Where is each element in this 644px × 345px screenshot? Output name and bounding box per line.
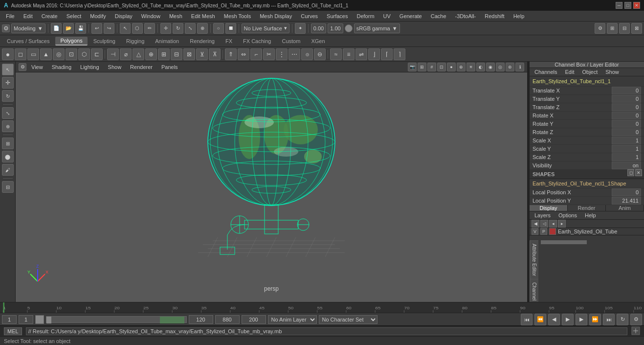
- channel-local-pos-x[interactable]: Local Position X 0: [530, 188, 644, 197]
- move-btn[interactable]: ✛: [160, 23, 171, 34]
- menu-mesh[interactable]: Mesh: [165, 12, 186, 20]
- value2-field[interactable]: 1.00: [328, 23, 343, 33]
- shadow-btn[interactable]: ◐: [476, 63, 485, 71]
- boolean-icon-btn[interactable]: ⊕: [145, 48, 157, 60]
- menu-generate[interactable]: Generate: [396, 12, 426, 20]
- plane-icon-btn[interactable]: ⊡: [66, 48, 77, 60]
- color-profile-dropdown[interactable]: sRGB gamma ▼: [354, 23, 400, 33]
- attribute-editor-tab[interactable]: Attribute Editor: [530, 240, 538, 279]
- universal-manip-btn[interactable]: ⊕: [197, 23, 208, 34]
- ao-btn[interactable]: ◉: [486, 63, 495, 71]
- view-menu-shading[interactable]: Shading: [48, 63, 75, 71]
- menu-display[interactable]: Display: [111, 12, 136, 20]
- rotate-btn[interactable]: ↻: [173, 23, 183, 34]
- menu-select[interactable]: Select: [63, 12, 86, 20]
- channel-scale-x[interactable]: Scale X 1: [530, 137, 644, 145]
- tab-display[interactable]: Display: [530, 205, 568, 211]
- settings-icon-btn[interactable]: ⚙: [2, 24, 10, 32]
- menu-modify[interactable]: Modify: [86, 12, 110, 20]
- view-menu-lighting[interactable]: Lighting: [76, 63, 103, 71]
- cb-menu-edit[interactable]: Edit: [562, 68, 577, 76]
- vertex-bevel-icon-btn[interactable]: ⌈: [381, 48, 393, 60]
- tab-rendering[interactable]: Rendering: [185, 37, 220, 45]
- close-button[interactable]: ✕: [633, 2, 640, 9]
- goto-end-btn[interactable]: ⏭: [603, 314, 615, 325]
- value1-field[interactable]: 0.00: [311, 23, 326, 33]
- cb-menu-show[interactable]: Show: [602, 68, 622, 76]
- move-tool-btn[interactable]: ✛: [2, 77, 14, 89]
- mirror-icon-btn[interactable]: ⊣: [107, 48, 119, 60]
- tab-rigging[interactable]: Rigging: [121, 37, 149, 45]
- channel-translate-z[interactable]: Translate Z 0: [530, 103, 644, 112]
- smooth-shade-btn[interactable]: ●: [447, 63, 456, 71]
- layout-btn2[interactable]: ⊟: [619, 23, 630, 34]
- menu-cache[interactable]: Cache: [427, 12, 450, 20]
- layer-row[interactable]: V P Earth_Stylized_Oil_Tube: [530, 228, 644, 235]
- insert-loop-icon-btn[interactable]: ⋮: [276, 48, 288, 60]
- status-input[interactable]: [26, 327, 627, 335]
- tab-fx[interactable]: FX: [221, 37, 237, 45]
- menu-file[interactable]: File: [2, 12, 19, 20]
- flip-edge-icon-btn[interactable]: ⇌: [355, 48, 367, 60]
- frame-range-slider[interactable]: [46, 316, 187, 323]
- anim-layer-dropdown[interactable]: No Anim Layer: [268, 315, 317, 324]
- pipe-icon-btn[interactable]: ⊏: [91, 48, 103, 60]
- snap-toggle-btn[interactable]: 🔲: [225, 23, 236, 34]
- rotate-tool-btn[interactable]: ↻: [2, 90, 14, 102]
- menu-edit-mesh[interactable]: Edit Mesh: [187, 12, 219, 20]
- sphere-icon-btn[interactable]: ●: [2, 48, 14, 60]
- layers-menu-options[interactable]: Options: [555, 211, 580, 219]
- goto-start-btn[interactable]: ⏮: [521, 314, 533, 325]
- multi-cut-icon-btn[interactable]: ✂: [263, 48, 275, 60]
- layer-create-btn[interactable]: ◀: [532, 220, 539, 228]
- cb-menu-channels[interactable]: Channels: [532, 68, 560, 76]
- smooth-icon-btn[interactable]: ⌀: [120, 48, 132, 60]
- extrude-icon-btn[interactable]: ⇑: [225, 48, 237, 60]
- layer-delete-btn[interactable]: ◁: [540, 220, 548, 228]
- channel-translate-y[interactable]: Translate Y 0: [530, 95, 644, 103]
- redo-btn[interactable]: ↪: [104, 23, 114, 34]
- menu-redshift[interactable]: Redshift: [481, 12, 508, 20]
- menu-mesh-display[interactable]: Mesh Display: [256, 12, 296, 20]
- menu-curves[interactable]: Curves: [297, 12, 322, 20]
- tab-sculpting[interactable]: Sculpting: [89, 37, 120, 45]
- channel-translate-x[interactable]: Translate X 0: [530, 87, 644, 95]
- open-file-btn[interactable]: 📂: [63, 23, 74, 34]
- next-frame-btn[interactable]: ⏩: [589, 314, 601, 325]
- soft-select-btn[interactable]: ⬤: [2, 151, 14, 162]
- cb-resize-btn[interactable]: ◻: [627, 169, 634, 176]
- new-file-btn[interactable]: 📄: [51, 23, 62, 34]
- menu-mesh-tools[interactable]: Mesh Tools: [220, 12, 255, 20]
- step-fwd-btn[interactable]: ▶: [576, 314, 587, 325]
- retopo-icon-btn[interactable]: ⊼: [209, 48, 221, 60]
- target-weld-icon-btn[interactable]: ⌾: [301, 48, 313, 60]
- cb-close-btn[interactable]: ✕: [635, 169, 642, 176]
- layer-move-down-btn[interactable]: ▸: [558, 220, 566, 228]
- crease-icon-btn[interactable]: ⌋: [368, 48, 380, 60]
- bevel-icon-btn[interactable]: ⌐: [250, 48, 262, 60]
- view-menu-renderer[interactable]: Renderer: [126, 63, 156, 71]
- play-btn[interactable]: ▶: [562, 314, 574, 325]
- isolate-btn[interactable]: ⊛: [506, 63, 514, 71]
- select-btn[interactable]: ↖: [120, 23, 131, 34]
- tab-curves-surfaces[interactable]: Curves / Surfaces: [2, 37, 54, 45]
- bridge-icon-btn[interactable]: ⇔: [238, 48, 249, 60]
- timeline-ruler[interactable]: 1 5 10 15 20 25 30 35 40 45 50 55 60 65 …: [2, 302, 642, 313]
- channel-visibility[interactable]: Visibility on: [530, 161, 644, 170]
- maximize-button[interactable]: □: [624, 2, 631, 9]
- channel-box-side-tab[interactable]: Channel Box / Layer Editor: [530, 279, 538, 302]
- combine-icon-btn[interactable]: ⊞: [158, 48, 170, 60]
- cone-icon-btn[interactable]: ▲: [40, 48, 52, 60]
- minimize-button[interactable]: ─: [616, 2, 622, 9]
- tab-render[interactable]: Render: [568, 205, 606, 211]
- menu-create[interactable]: Create: [38, 12, 62, 20]
- polygon-icon-btn[interactable]: ⬡: [78, 48, 90, 60]
- cylinder-icon-btn[interactable]: ▭: [27, 48, 39, 60]
- triangulate-icon-btn[interactable]: △: [133, 48, 144, 60]
- layer-playback-toggle[interactable]: P: [540, 228, 547, 235]
- view-menu-show[interactable]: Show: [104, 63, 126, 71]
- torus-icon-btn[interactable]: ◎: [53, 48, 65, 60]
- display-stats-btn[interactable]: ℹ: [515, 63, 524, 71]
- playback-settings-btn[interactable]: ⚙: [630, 314, 642, 325]
- slide-edge-icon-btn[interactable]: ⋯: [289, 48, 300, 60]
